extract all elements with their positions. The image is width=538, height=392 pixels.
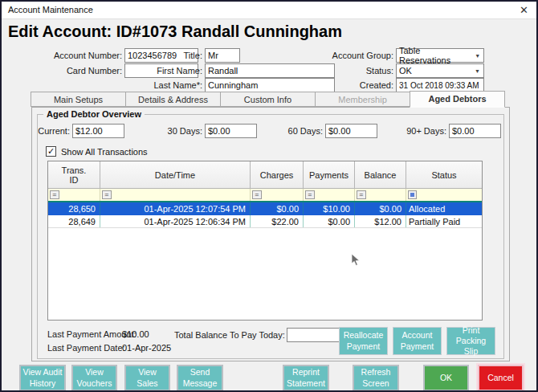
cell-charges: $22.00 (251, 215, 304, 227)
reprint-statement-button[interactable]: Reprint Statement (283, 365, 329, 391)
send-message-button[interactable]: Send Message (177, 365, 223, 391)
window-title: Account Maintenance (8, 5, 93, 14)
grid-header-row: Trans. ID Date/Time Charges Payments Bal… (48, 161, 482, 189)
last-name-label: Last Name*: (146, 80, 202, 90)
cell-status: Partially Paid (406, 215, 482, 227)
col-header-trans-id[interactable]: Trans. ID (48, 161, 100, 188)
cell-balance: $12.00 (355, 215, 406, 227)
show-all-transactions-checkbox[interactable]: ✓ (46, 146, 56, 157)
filter-status-icon[interactable] (408, 190, 417, 199)
cancel-button[interactable]: Cancel (478, 365, 524, 391)
view-sales-button[interactable]: View Sales (124, 365, 170, 391)
cell-datetime: 01-Apr-2025 12:07:54 PM (100, 202, 251, 214)
account-group-value: Table Reservations (399, 46, 472, 65)
chevron-down-icon: ▼ (472, 53, 484, 59)
total-balance-input[interactable] (287, 328, 343, 342)
status-label: Status: (305, 66, 393, 76)
tab-details-address[interactable]: Details & Address (125, 92, 221, 107)
days30-field[interactable] (205, 124, 257, 138)
status-value: OK (399, 66, 412, 76)
created-label: Created: (305, 80, 393, 90)
tab-custom-info[interactable]: Custom Info (220, 92, 316, 107)
account-maintenance-window: Account Maintenance ✕ Edit Account: ID#1… (0, 0, 538, 392)
col-header-balance[interactable]: Balance (355, 161, 406, 188)
last-payment-date-label: Last Payment Date: (47, 343, 125, 353)
tab-aged-debtors[interactable]: Aged Debtors (410, 91, 505, 108)
cell-trans-id: 28,649 (48, 215, 100, 227)
days60-field[interactable] (325, 124, 377, 138)
last-payment-date-value: 01-Apr-2025 (122, 343, 171, 353)
last-payment-amount-value: $10.00 (122, 329, 149, 339)
chevron-down-icon: ▼ (471, 68, 483, 74)
filter-operator-button[interactable]: = (305, 190, 315, 199)
col-header-status[interactable]: Status (406, 161, 482, 188)
reallocate-payment-button[interactable]: Reallocate Payment (339, 327, 388, 355)
cell-datetime: 01-Apr-2025 12:06:34 PM (100, 215, 251, 227)
cell-charges: $0.00 (251, 202, 304, 214)
col-header-datetime[interactable]: Date/Time (100, 161, 251, 188)
show-all-transactions-label: Show All Transactions (61, 147, 148, 157)
days90-label: 90+ Days: (397, 126, 446, 136)
days90-field[interactable] (449, 124, 501, 138)
filter-operator-button[interactable]: = (357, 190, 366, 199)
page-title: Edit Account: ID#1073 Randall Cunningham (8, 22, 342, 41)
account-number-label: Account Number: (34, 51, 122, 60)
close-icon[interactable]: ✕ (520, 4, 528, 16)
col-header-charges[interactable]: Charges (251, 161, 304, 188)
col-header-payments[interactable]: Payments (304, 161, 355, 188)
filter-operator-button[interactable]: = (252, 190, 262, 199)
current-field[interactable] (72, 124, 124, 138)
cell-trans-id: 28,650 (48, 202, 100, 214)
days60-label: 60 Days: (275, 126, 323, 136)
tab-strip: Main Setups Details & Address Custom Inf… (31, 92, 505, 108)
transactions-grid[interactable]: Trans. ID Date/Time Charges Payments Bal… (47, 161, 483, 321)
current-label: Current: (26, 126, 70, 136)
view-audit-history-button[interactable]: View Audit History (19, 365, 66, 391)
days30-label: 30 Days: (154, 126, 202, 136)
grid-filter-row: = = = = = (48, 189, 482, 202)
filter-operator-button[interactable]: = (50, 190, 59, 199)
cell-payments: $0.00 (304, 215, 355, 227)
account-payment-button[interactable]: Account Payment (393, 327, 442, 355)
view-vouchers-button[interactable]: View Vouchers (71, 365, 117, 391)
table-row[interactable]: 28,650 01-Apr-2025 12:07:54 PM $0.00 $10… (48, 202, 482, 215)
print-packing-slip-button[interactable]: Print Packing Slip (446, 327, 495, 355)
tab-main-setups[interactable]: Main Setups (31, 92, 126, 107)
title-bar: Account Maintenance ✕ (2, 2, 536, 19)
refresh-screen-button[interactable]: Refresh Screen (353, 365, 399, 391)
title-field[interactable] (205, 48, 240, 63)
card-number-label: Card Number: (34, 66, 122, 76)
status-select[interactable]: OK ▼ (396, 63, 484, 78)
first-name-label: First Name: (146, 66, 202, 76)
ok-button[interactable]: OK (423, 365, 469, 391)
account-group-label: Account Group: (305, 51, 393, 60)
cell-payments: $10.00 (304, 202, 355, 214)
title-label: Title: (146, 51, 202, 60)
cell-balance: $0.00 (355, 202, 406, 214)
aged-debtor-group-title: Aged Debtor Overview (43, 109, 145, 119)
filter-operator-button[interactable]: = (102, 190, 112, 199)
table-row[interactable]: 28,649 01-Apr-2025 12:06:34 PM $22.00 $0… (48, 215, 482, 228)
account-group-select[interactable]: Table Reservations ▼ (396, 48, 484, 63)
tab-membership: Membership (315, 92, 410, 107)
mouse-cursor-icon (351, 253, 361, 267)
total-balance-label: Total Balance To Pay Today: (174, 330, 283, 340)
cell-status: Allocated (406, 202, 482, 214)
